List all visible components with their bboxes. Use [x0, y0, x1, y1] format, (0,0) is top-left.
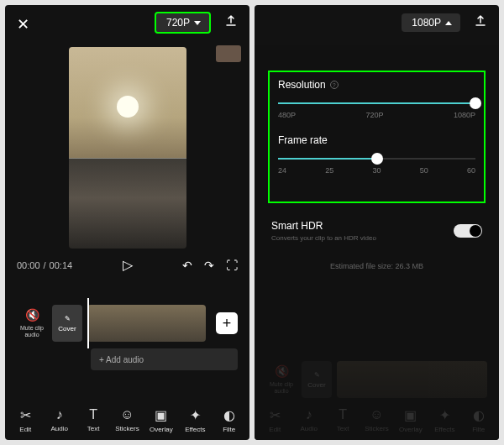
tool-overlay[interactable]: ▣Overlay [144, 407, 178, 433]
export-settings-screen: 1080P Resolution ? 480P720P1080P Fram [255, 5, 499, 440]
tool-audio[interactable]: ♪Audio [42, 407, 76, 433]
resolution-slider[interactable] [278, 102, 475, 104]
framerate-slider[interactable] [278, 158, 475, 160]
bottom-toolbar: ✂Edit♪AudioTText☺Stickers▣Overlay✦Effect… [5, 407, 249, 433]
tool-effects: ✦Effects [428, 407, 461, 433]
header: 1080P [255, 5, 499, 40]
header: ✕ 720P [5, 5, 249, 40]
redo-icon[interactable]: ↷ [204, 259, 214, 272]
export-icon[interactable] [474, 14, 487, 31]
tool-edit[interactable]: ✂Edit [8, 407, 42, 433]
tool-stickers[interactable]: ☺Stickers [110, 407, 144, 433]
tool-audio: ♪Audio [291, 407, 325, 433]
hdr-subtitle: Converts your clip to an HDR video [271, 234, 376, 242]
playhead[interactable] [87, 298, 89, 348]
add-clip-button[interactable]: + [216, 312, 238, 334]
play-button[interactable]: ▷ [123, 257, 133, 273]
hdr-title: Smart HDR [271, 220, 376, 232]
tool-filte: ◐Filte [462, 407, 496, 433]
undo-icon[interactable]: ↶ [182, 259, 192, 272]
transport-bar: 00:00 / 00:14 ▷ ↶ ↷ ⛶ [5, 249, 249, 281]
mute-clip-button[interactable]: 🔇 Mute clip audio [17, 308, 47, 339]
slider-thumb[interactable] [371, 153, 383, 165]
resolution-ticks: 480P720P1080P [278, 111, 475, 119]
tool-filte[interactable]: ◐Filte [213, 407, 246, 433]
framerate-ticks: 2425305060 [278, 166, 475, 175]
add-audio-button[interactable]: + Add audio [91, 348, 238, 370]
clip-thumbnail[interactable] [87, 305, 206, 342]
estimated-size: Estimated file size: 26.3 MB [268, 262, 486, 270]
resolution-label: Resolution ? [278, 79, 475, 91]
tool-effects[interactable]: ✦Effects [178, 407, 212, 433]
resolution-value: 720P [166, 17, 190, 29]
info-icon[interactable]: ? [330, 81, 339, 89]
resolution-value: 1080P [412, 17, 441, 29]
slider-thumb[interactable] [470, 97, 481, 109]
editor-screen: ✕ 720P 00:00 / 00:14 ▷ ↶ ↷ ⛶ [5, 5, 249, 440]
chevron-down-icon [194, 21, 201, 25]
tool-stickers: ☺Stickers [360, 407, 393, 433]
tool-overlay: ▣Overlay [394, 407, 428, 433]
export-icon[interactable] [224, 14, 238, 31]
tool-text[interactable]: TText [76, 407, 110, 433]
tool-edit: ✂Edit [258, 407, 291, 433]
chevron-up-icon [445, 21, 452, 25]
resolution-button[interactable]: 720P [155, 12, 211, 34]
time-display: 00:00 / 00:14 [17, 260, 72, 270]
hdr-toggle[interactable] [454, 224, 482, 238]
pencil-icon: ✎ [65, 315, 71, 322]
highlighted-settings: Resolution ? 480P720P1080P Frame rate 24… [268, 71, 486, 203]
bottom-toolbar-dimmed: ✂Edit♪AudioTText☺Stickers▣Overlay✦Effect… [255, 407, 499, 433]
close-icon[interactable]: ✕ [17, 15, 29, 34]
cover-button[interactable]: ✎ Cover [52, 305, 82, 342]
framerate-label: Frame rate [278, 134, 475, 146]
timeline: 🔇 Mute clip audio ✎ Cover + + Add audio [5, 305, 249, 370]
tool-text: TText [326, 407, 360, 433]
resolution-button[interactable]: 1080P [402, 13, 460, 32]
fullscreen-icon[interactable]: ⛶ [226, 259, 238, 272]
preview-content [117, 96, 139, 118]
speaker-off-icon: 🔇 [17, 308, 47, 322]
smart-hdr-row: Smart HDR Converts your clip to an HDR v… [268, 220, 486, 242]
video-preview[interactable] [69, 47, 186, 249]
pro-badge[interactable] [216, 45, 241, 62]
export-settings-panel: Resolution ? 480P720P1080P Frame rate 24… [255, 45, 499, 440]
